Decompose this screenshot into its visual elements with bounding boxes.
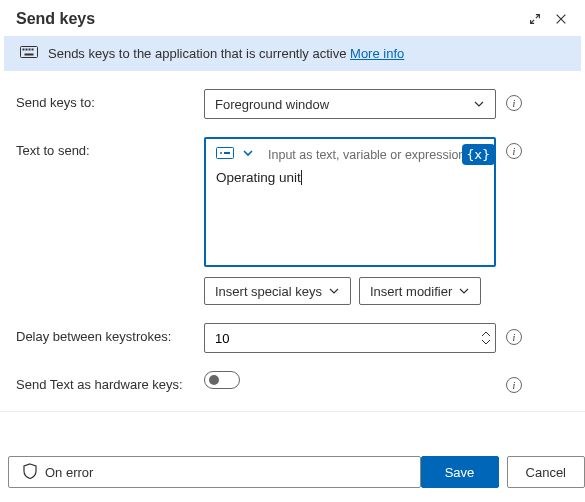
spinner-down-icon[interactable] [481, 338, 491, 346]
dialog-header: Send keys [0, 0, 585, 36]
insert-special-keys-button[interactable]: Insert special keys [204, 277, 351, 305]
on-error-button[interactable]: On error [8, 456, 421, 488]
send-keys-to-value: Foreground window [215, 97, 329, 112]
svg-rect-4 [32, 49, 34, 51]
text-to-send-input[interactable]: Input as text, variable or expression {x… [204, 137, 496, 267]
spinner-up-icon[interactable] [481, 330, 491, 338]
input-type-chevron-icon[interactable] [242, 147, 254, 162]
keyboard-icon [20, 46, 38, 61]
send-keys-to-label: Send keys to: [16, 89, 204, 110]
hardware-keys-toggle[interactable] [204, 371, 240, 389]
info-icon[interactable]: i [506, 143, 522, 159]
send-keys-to-select[interactable]: Foreground window [204, 89, 496, 119]
dialog-title: Send keys [16, 10, 95, 28]
info-icon[interactable]: i [506, 377, 522, 393]
chevron-down-icon [473, 98, 485, 110]
more-info-link[interactable]: More info [350, 46, 404, 61]
text-to-send-label: Text to send: [16, 137, 204, 158]
svg-rect-0 [21, 47, 38, 58]
dialog-footer: On error Save Cancel [0, 442, 585, 502]
svg-rect-3 [29, 49, 31, 51]
insert-variable-button[interactable]: {x} [462, 144, 495, 165]
info-banner: Sends keys to the application that is cu… [4, 36, 581, 71]
info-icon[interactable]: i [506, 95, 522, 111]
banner-text: Sends keys to the application that is cu… [48, 46, 346, 61]
text-to-send-value: Operating unit [216, 170, 301, 185]
shield-icon [23, 463, 37, 482]
divider [0, 411, 585, 412]
svg-point-7 [220, 152, 222, 154]
svg-rect-2 [26, 49, 28, 51]
svg-rect-1 [23, 49, 25, 51]
save-button[interactable]: Save [421, 456, 499, 488]
expand-icon[interactable] [527, 11, 543, 27]
close-icon[interactable] [553, 11, 569, 27]
delay-input[interactable] [215, 331, 481, 346]
chevron-down-icon [328, 285, 340, 297]
delay-spinner[interactable] [204, 323, 496, 353]
cancel-button[interactable]: Cancel [507, 456, 585, 488]
info-icon[interactable]: i [506, 329, 522, 345]
text-to-send-placeholder: Input as text, variable or expression [268, 148, 484, 162]
hardware-keys-label: Send Text as hardware keys: [16, 371, 204, 392]
insert-modifier-button[interactable]: Insert modifier [359, 277, 481, 305]
chevron-down-icon [458, 285, 470, 297]
svg-rect-5 [25, 54, 34, 56]
input-type-icon[interactable] [216, 147, 234, 162]
delay-label: Delay between keystrokes: [16, 323, 204, 344]
svg-rect-8 [224, 152, 230, 154]
